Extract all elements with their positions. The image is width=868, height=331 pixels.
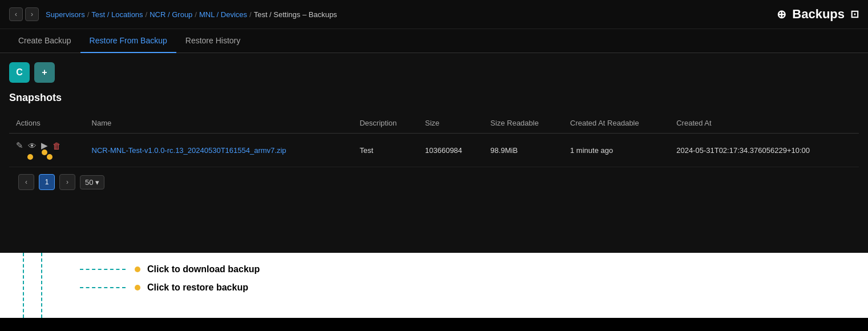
breadcrumb-current: Test / Settings – Backups: [254, 10, 337, 19]
dashed-line-v-1: [23, 253, 24, 318]
annotation-dot-1: [135, 267, 140, 272]
col-size: Size: [418, 113, 484, 134]
col-actions: Actions: [9, 113, 85, 134]
table-row: ✎ 👁 ▶ 🗑 NCR-MNL-Test-: [9, 134, 859, 167]
col-description: Description: [353, 113, 418, 134]
breadcrumb-test-locations[interactable]: Test / Locations: [91, 10, 143, 19]
annotation-text-2: Click to restore backup: [147, 282, 248, 293]
download-dot: [42, 150, 47, 155]
dot-restore: [47, 154, 53, 160]
col-size-readable: Size Readable: [483, 113, 563, 134]
camera-icon: ⊡: [850, 8, 859, 21]
row-size: 103660984: [418, 134, 484, 167]
main-content: C + Snapshots Actions Name Description S…: [0, 53, 868, 253]
add-button[interactable]: +: [34, 62, 55, 83]
breadcrumb-ncr-group[interactable]: NCR / Group: [150, 10, 192, 19]
dashed-line-h-1: [80, 269, 126, 270]
target-icon: ⊕: [777, 7, 786, 21]
col-name: Name: [85, 113, 353, 134]
per-page-dropdown-icon: ▾: [95, 178, 99, 187]
dashed-line-v-2: [41, 253, 42, 318]
annotation-download: Click to download backup: [80, 264, 845, 275]
file-name-link[interactable]: NCR-MNL-Test-v1.0.0-rc.13_20240530T16155…: [92, 146, 286, 155]
annotation-area: Click to download backup Click to restor…: [0, 253, 868, 318]
col-created-at-readable: Created At Readable: [563, 113, 669, 134]
annotation-text-1: Click to download backup: [147, 264, 260, 275]
row-created-at: 2024-05-31T02:17:34.376056229+10:00: [669, 134, 859, 167]
per-page-value: 50: [85, 178, 93, 187]
refresh-button[interactable]: C: [9, 62, 30, 83]
breadcrumb-sep-3: /: [195, 10, 197, 19]
dashed-line-h-2: [80, 287, 126, 288]
forward-button[interactable]: ›: [25, 7, 39, 21]
action-buttons: C +: [9, 62, 859, 83]
breadcrumb-sep-2: /: [146, 10, 148, 19]
prev-page-button[interactable]: ‹: [18, 174, 34, 190]
row-size-readable: 98.9MiB: [483, 134, 563, 167]
nav-right: ⊕ Backups ⊡: [777, 7, 859, 22]
dot-download: [27, 154, 33, 160]
row-actions: ✎ 👁 ▶ 🗑: [9, 134, 85, 167]
section-title: Snapshots: [9, 92, 859, 104]
edit-icon[interactable]: ✎: [16, 140, 23, 151]
breadcrumb: Supervisors / Test / Locations / NCR / G…: [46, 10, 337, 19]
next-page-button[interactable]: ›: [59, 174, 75, 190]
nav-bar: ‹ › Supervisors / Test / Locations / NCR…: [0, 0, 868, 29]
row-name: NCR-MNL-Test-v1.0.0-rc.13_20240530T16155…: [85, 134, 353, 167]
annotation-restore: Click to restore backup: [80, 282, 845, 293]
page-1-button[interactable]: 1: [39, 174, 55, 190]
tab-restore-from-backup[interactable]: Restore From Backup: [80, 29, 176, 53]
row-created-at-readable: 1 minute ago: [563, 134, 669, 167]
back-button[interactable]: ‹: [9, 7, 23, 21]
pagination-bar: ‹ 1 › 50 ▾: [9, 167, 859, 197]
tab-create-backup[interactable]: Create Backup: [9, 29, 80, 53]
delete-icon[interactable]: 🗑: [53, 141, 61, 151]
breadcrumb-sep-1: /: [87, 10, 90, 19]
row-description: Test: [353, 134, 418, 167]
per-page-select[interactable]: 50 ▾: [80, 175, 104, 189]
breadcrumb-mnl-devices[interactable]: MNL / Devices: [199, 10, 247, 19]
nav-arrows: ‹ ›: [9, 7, 39, 21]
breadcrumb-supervisors[interactable]: Supervisors: [46, 10, 85, 19]
snapshots-table: Actions Name Description Size Size Reada…: [9, 113, 859, 167]
page-title: Backups: [792, 7, 845, 22]
col-created-at: Created At: [669, 113, 859, 134]
download-icon[interactable]: 👁: [28, 141, 37, 151]
breadcrumb-sep-4: /: [249, 10, 252, 19]
annotation-dot-2: [135, 285, 140, 290]
tab-restore-history[interactable]: Restore History: [176, 29, 249, 53]
tabs-bar: Create Backup Restore From Backup Restor…: [0, 29, 868, 53]
